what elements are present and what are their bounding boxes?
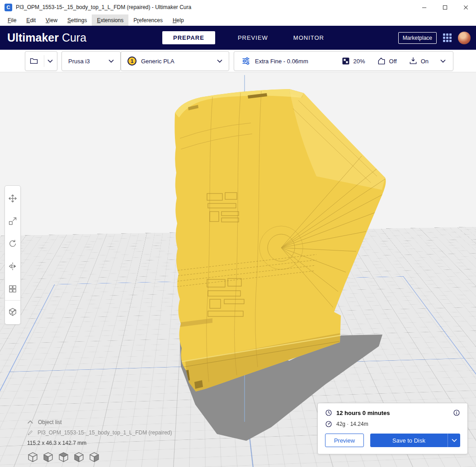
close-button[interactable]: [455, 0, 476, 14]
object-list-panel: Object list PI3_OPM_1553-15-_15_body_top…: [27, 419, 172, 464]
chevron-down-icon: [108, 59, 114, 63]
main-header: Ultimaker Cura PREPAREPREVIEWMONITOR Mar…: [0, 26, 476, 50]
object-filename: PI3_OPM_1553-15-_15_body_top_1_L_FDM (re…: [38, 429, 172, 436]
model-tools-toolbar: [5, 185, 21, 325]
chevron-down-icon: [217, 59, 222, 63]
minimize-button[interactable]: [414, 0, 434, 14]
object-list-item[interactable]: PI3_OPM_1553-15-_15_body_top_1_L_FDM (re…: [27, 429, 172, 436]
folder-open-icon: [29, 57, 38, 66]
menu-help[interactable]: Help: [168, 14, 189, 26]
scale-icon: [8, 217, 17, 226]
rotate-icon: [8, 239, 17, 248]
printer-name: Prusa i3: [68, 58, 90, 65]
left-side-view-button[interactable]: [73, 451, 85, 464]
chevron-up-icon: [27, 419, 33, 425]
left-side-view-icon: [73, 451, 85, 462]
tool-scale-button[interactable]: [5, 210, 20, 232]
config-bar: Prusa i3 1 Generic PLA Extra Fine - 0.06…: [0, 50, 476, 72]
object-list-toggle[interactable]: Object list: [27, 419, 172, 425]
tool-per-model-settings-button[interactable]: [5, 278, 20, 300]
menu-settings[interactable]: Settings: [62, 14, 92, 26]
tool-move-button[interactable]: [5, 187, 20, 210]
support-icon: [377, 57, 386, 66]
print-summary-panel: 12 hours 0 minutes 42g · 14.24m Preview …: [317, 403, 468, 454]
infill-icon: [341, 57, 350, 66]
marketplace-button[interactable]: Marketplace: [398, 32, 437, 44]
chevron-down-icon: [452, 439, 457, 442]
infill-status: 20%: [341, 57, 365, 66]
top-view-button[interactable]: [58, 451, 69, 464]
view-presets: [27, 451, 172, 464]
user-avatar[interactable]: [458, 32, 471, 44]
info-icon[interactable]: [453, 409, 460, 416]
extruder-badge: 1: [127, 57, 137, 66]
adhesion-icon: [409, 57, 418, 66]
material-estimate: 42g · 14.24m: [336, 421, 368, 427]
cura-app-icon: C: [5, 4, 12, 11]
brand-bold: Ultimaker: [7, 31, 59, 44]
right-side-view-icon: [89, 451, 100, 462]
preview-button[interactable]: Preview: [325, 434, 364, 447]
menubar: FileEditViewSettingsExtensionsPreference…: [0, 14, 476, 26]
adhesion-value: On: [421, 58, 429, 65]
save-to-disk-button[interactable]: Save to Disk: [370, 434, 460, 447]
tab-preview[interactable]: PREVIEW: [235, 31, 271, 44]
object-dimensions: 115.2 x 46.3 x 142.7 mm: [27, 440, 172, 446]
print-time: 12 hours 0 minutes: [336, 410, 390, 416]
save-to-disk-label: Save to Disk: [370, 437, 448, 444]
clock-icon: [325, 409, 332, 416]
open-file-button[interactable]: [25, 51, 57, 71]
top-view-icon: [58, 451, 69, 462]
menu-preferences[interactable]: Preferences: [128, 14, 168, 26]
move-icon: [8, 194, 17, 203]
tool-mirror-button[interactable]: [5, 255, 20, 278]
chevron-down-icon: [440, 59, 446, 63]
chevron-down-icon[interactable]: [47, 59, 53, 63]
right-side-view-button[interactable]: [89, 451, 100, 464]
material-selector[interactable]: 1 Generic PLA: [121, 51, 229, 71]
menu-file[interactable]: File: [3, 14, 21, 26]
front-view-icon: [42, 451, 54, 462]
close-icon: [463, 5, 468, 10]
app-grid-icon[interactable]: [443, 33, 452, 42]
adhesion-status: On: [409, 57, 429, 66]
window-title: PI3_OPM_1553-15-_15_body_top_1_L_FDM (re…: [16, 4, 191, 10]
titlebar: C PI3_OPM_1553-15-_15_body_top_1_L_FDM (…: [0, 0, 476, 14]
3d-view-button[interactable]: [27, 451, 38, 464]
material-name: Generic PLA: [141, 58, 212, 65]
support-status: Off: [377, 57, 397, 66]
support-blocker-icon: [8, 307, 17, 316]
viewport-3d[interactable]: Object list PI3_OPM_1553-15-_15_body_top…: [0, 72, 476, 467]
object-list-label: Object list: [38, 419, 62, 425]
menu-view[interactable]: View: [41, 14, 62, 26]
material-gauge-icon: [325, 420, 332, 428]
brand-logo: Ultimaker Cura: [7, 31, 86, 44]
tab-monitor[interactable]: MONITOR: [291, 31, 327, 44]
menu-extensions[interactable]: Extensions: [92, 14, 128, 26]
front-view-button[interactable]: [42, 451, 54, 464]
3d-view-icon: [27, 451, 38, 462]
tool-support-blocker-button[interactable]: [5, 300, 20, 323]
save-options-dropdown[interactable]: [448, 434, 460, 447]
per-model-settings-icon: [8, 284, 17, 293]
tool-rotate-button[interactable]: [5, 232, 20, 255]
support-value: Off: [389, 58, 397, 65]
print-settings-sliders-icon: [241, 57, 250, 66]
print-settings-selector[interactable]: Extra Fine - 0.06mm 20% Off On: [234, 51, 453, 71]
minimize-icon: [422, 5, 427, 10]
menu-edit[interactable]: Edit: [21, 14, 41, 26]
mirror-icon: [8, 262, 17, 271]
tab-prepare[interactable]: PREPARE: [162, 31, 215, 44]
infill-value: 20%: [353, 58, 365, 65]
brand-light: Cura: [62, 31, 86, 44]
maximize-icon: [443, 5, 448, 10]
profile-name: Extra Fine - 0.06mm: [255, 58, 308, 65]
edit-pencil-icon: [27, 429, 33, 436]
printer-selector[interactable]: Prusa i3: [61, 51, 121, 71]
stage-tabs: PREPAREPREVIEWMONITOR: [162, 26, 327, 50]
maximize-button[interactable]: [434, 0, 455, 14]
